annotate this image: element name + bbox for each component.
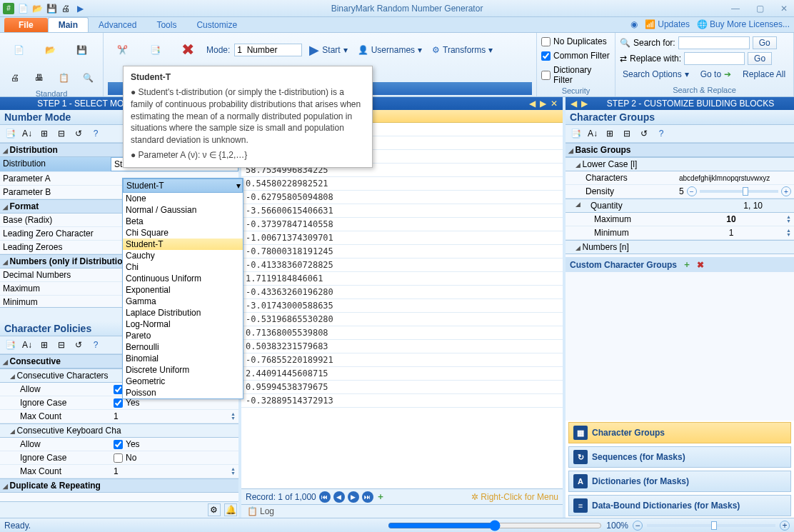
tool-reset-icon[interactable]: ↺ — [71, 338, 86, 352]
close-panel-icon[interactable]: ✕ — [548, 99, 560, 109]
tool-help-icon[interactable]: ? — [89, 126, 103, 141]
scroll-slider[interactable] — [388, 520, 602, 531]
search-options-button[interactable]: Search Options ▾ — [620, 68, 692, 81]
dropdown-option[interactable]: Gamma — [123, 296, 243, 307]
zoom-out-icon[interactable]: − — [633, 521, 643, 531]
tab-advanced[interactable]: Advanced — [89, 18, 146, 32]
close-icon[interactable]: ✕ — [777, 4, 791, 14]
dropdown-option[interactable]: None — [123, 193, 243, 204]
add-record-icon[interactable]: ＋ — [376, 491, 385, 503]
dropdown-option[interactable]: Continuous Uniform — [123, 273, 243, 284]
tab-tools[interactable]: Tools — [146, 18, 186, 32]
chevron-down-icon[interactable]: ▾ — [233, 181, 243, 191]
result-row[interactable]: -0.43363260196280 — [241, 286, 563, 299]
bell-icon[interactable]: 🔔 — [224, 503, 237, 516]
dropdown-option[interactable]: Beta — [123, 216, 243, 227]
qat-open-icon[interactable]: 📂 — [31, 3, 43, 14]
tool-cat-icon[interactable]: 📑 — [3, 338, 17, 352]
dropdown-option[interactable]: Log-Normal — [123, 318, 243, 330]
dropdown-option[interactable]: Normal / Gaussian — [123, 204, 243, 216]
new-icon[interactable]: 📄 — [4, 36, 33, 64]
dropdown-option[interactable]: Geometric — [123, 376, 243, 387]
add-icon[interactable]: ＋ — [683, 259, 691, 271]
tool-reset-icon[interactable]: ↺ — [71, 126, 86, 141]
result-row[interactable]: 0.54580228982521 — [241, 177, 563, 191]
distribution-dropdown[interactable]: ▾ NoneNormal / GaussianBetaChi SquareStu… — [122, 178, 243, 399]
result-row[interactable]: -0.32889514372913 — [241, 394, 563, 408]
replace-go-button[interactable]: Go — [748, 52, 772, 65]
first-icon[interactable]: ⏮ — [319, 491, 331, 503]
paste-icon[interactable]: 📋 — [53, 67, 74, 89]
delete-icon[interactable]: ✖ — [174, 36, 202, 64]
dropdown-option[interactable]: Pareto — [123, 330, 243, 341]
common-filter-checkbox[interactable]: Common Filter — [541, 50, 610, 61]
dropdown-option[interactable]: Discrete Uniform — [123, 364, 243, 376]
no-duplicates-checkbox[interactable]: No Duplicates — [541, 36, 607, 47]
result-row[interactable]: -0.53196865530280 — [241, 313, 563, 326]
result-row[interactable]: 1.7119184846061 — [241, 272, 563, 286]
dropdown-option[interactable]: Poisson — [123, 387, 243, 398]
result-row[interactable]: -0.76855220189921 — [241, 353, 563, 367]
dictionary-filter-checkbox[interactable]: Dictionary Filter — [541, 64, 610, 86]
cat-quantity[interactable]: Quantity1, 10 — [566, 199, 794, 213]
dropdown-option[interactable]: Chi — [123, 261, 243, 273]
minimize-icon[interactable]: — — [728, 4, 743, 14]
mode-select[interactable] — [234, 44, 302, 56]
row-max2[interactable]: Max Count1▲▼ — [0, 465, 238, 478]
next-icon[interactable]: ▶ — [538, 99, 548, 109]
tab-customize[interactable]: Customize — [186, 18, 247, 32]
result-row[interactable]: -3.56600615406631 — [241, 204, 563, 218]
tool-collapse-icon[interactable]: ⊟ — [54, 338, 69, 352]
start-button[interactable]: ▶Start ▾ — [306, 41, 350, 59]
last-icon[interactable]: ⏭ — [362, 491, 373, 503]
section-data-bound[interactable]: ≡Data-Bound Dictionaries (for Masks) — [568, 495, 791, 516]
qat-print-icon[interactable]: 🖨 — [60, 3, 71, 14]
tool-expand-icon[interactable]: ⊞ — [37, 126, 51, 141]
dropdown-input[interactable] — [126, 181, 233, 191]
open-icon[interactable]: 📂 — [36, 36, 64, 64]
save-icon[interactable]: 💾 — [67, 36, 96, 64]
qat-save-icon[interactable]: 💾 — [46, 3, 57, 14]
copy-icon[interactable]: 📑 — [141, 36, 169, 64]
result-row[interactable]: 0.71368005539808 — [241, 326, 563, 340]
dropdown-option[interactable]: Student-T — [123, 239, 243, 250]
row-density[interactable]: Density5−+ — [566, 185, 794, 199]
row-allow2[interactable]: Allow Yes — [0, 438, 238, 451]
result-row[interactable]: -0.78000318191245 — [241, 245, 563, 259]
tool-cat-icon[interactable]: 📑 — [3, 126, 17, 141]
tool-cat-icon[interactable]: 📑 — [568, 126, 583, 141]
dropdown-option[interactable]: Bernoulli — [123, 341, 243, 353]
row-characters[interactable]: Charactersabcdefghijklmnopqrstuvwxyz — [566, 171, 794, 185]
dropdown-option[interactable]: Exponential — [123, 284, 243, 296]
tool-collapse-icon[interactable]: ⊟ — [620, 126, 634, 141]
next-icon[interactable]: ▶ — [579, 99, 590, 109]
tool-help-icon[interactable]: ? — [89, 338, 103, 352]
result-row[interactable]: 0.95994538379675 — [241, 381, 563, 394]
section-dictionaries[interactable]: ADictionaries (for Masks) — [568, 471, 791, 492]
cut-icon[interactable]: ✂️ — [108, 36, 136, 64]
search-go-button[interactable]: Go — [753, 36, 777, 49]
replace-all-button[interactable]: Replace All — [740, 68, 788, 81]
result-row[interactable]: 0.50383231579683 — [241, 340, 563, 353]
minus-icon[interactable]: − — [687, 186, 697, 196]
preview-icon[interactable]: 🖶 — [29, 67, 50, 89]
prev-icon[interactable]: ◀ — [527, 99, 538, 109]
tool-expand-icon[interactable]: ⊞ — [603, 126, 617, 141]
dropdown-option[interactable]: Chi Square — [123, 227, 243, 239]
dropdown-option[interactable]: Laplace Distribution — [123, 307, 243, 318]
section-character-groups[interactable]: ▦Character Groups — [568, 422, 791, 443]
result-row[interactable]: -0.37397847140558 — [241, 218, 563, 231]
tool-help-icon[interactable]: ? — [654, 126, 668, 141]
result-row[interactable]: -0.62795805094808 — [241, 191, 563, 204]
find-icon[interactable]: 🔍 — [77, 67, 99, 89]
cat-lower-case[interactable]: Lower Case [l] — [566, 157, 794, 171]
file-tab[interactable]: File — [4, 18, 48, 32]
result-row[interactable]: -0.41338360728825 — [241, 259, 563, 272]
buy-licenses-link[interactable]: 🌐Buy More Licenses... — [697, 19, 790, 29]
next-record-icon[interactable]: ▶ — [348, 491, 359, 503]
cat-basic-groups[interactable]: Basic Groups — [566, 143, 794, 157]
result-row[interactable]: -1.00671374309701 — [241, 231, 563, 245]
row-cg-max[interactable]: Maximum10▲▼ — [566, 213, 794, 226]
tab-main[interactable]: Main — [48, 17, 89, 32]
row-ignore2[interactable]: Ignore Case No — [0, 451, 238, 465]
